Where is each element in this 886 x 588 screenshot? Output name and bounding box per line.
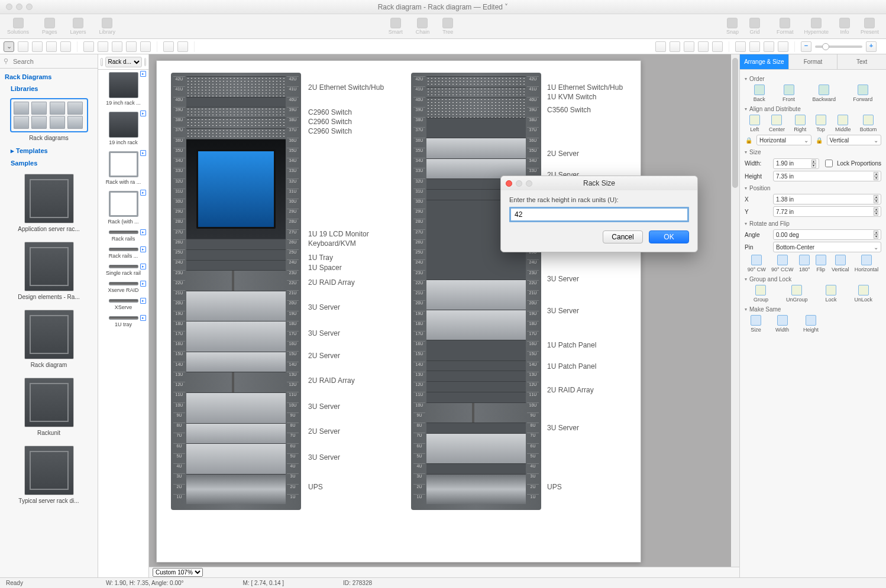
ok-button[interactable]: OK bbox=[649, 230, 689, 243]
align-tool[interactable] bbox=[698, 41, 709, 52]
expand-icon[interactable]: ▸ bbox=[140, 150, 146, 156]
tool-chain[interactable]: Chain bbox=[413, 18, 432, 35]
90-ccw-button[interactable]: 90° CCW bbox=[771, 255, 794, 272]
expand-icon[interactable]: ▸ bbox=[140, 71, 146, 77]
tool-pages[interactable]: Pages bbox=[40, 18, 60, 35]
middle-button[interactable]: Middle bbox=[835, 115, 851, 132]
position-header[interactable]: Position bbox=[745, 185, 881, 191]
expand-icon[interactable]: ▸ bbox=[140, 315, 146, 321]
roundrect-tool[interactable] bbox=[46, 41, 57, 52]
rack-left[interactable]: 1U2U3U4U5U6U7U8U9U10U11U12U13U14U15U16U1… bbox=[171, 73, 301, 510]
rack-right[interactable]: 1U2U3U4U5U6U7U8U9U10U11U12U13U14U15U16U1… bbox=[411, 73, 541, 510]
tab-text[interactable]: Text bbox=[837, 54, 886, 70]
tool-hypernote[interactable]: Hypernote bbox=[801, 18, 831, 35]
x-input[interactable]: 1.38 in▴▾ bbox=[773, 194, 881, 204]
flip-button[interactable]: Flip bbox=[816, 255, 826, 272]
search-input[interactable] bbox=[12, 57, 96, 66]
rotate-tool[interactable] bbox=[655, 41, 666, 52]
nav-templates[interactable]: Templates bbox=[16, 147, 48, 154]
180--button[interactable]: 180° bbox=[799, 255, 810, 272]
connector-tool[interactable] bbox=[163, 41, 174, 52]
horizontal-select[interactable]: Horizontal bbox=[756, 135, 811, 145]
sample-item[interactable]: Rack diagram bbox=[0, 305, 98, 373]
front-button[interactable]: Front bbox=[782, 85, 795, 102]
bottom-button[interactable]: Bottom bbox=[860, 115, 877, 132]
shape-item[interactable]: Rack rails▸ bbox=[102, 230, 145, 242]
shapes-back[interactable] bbox=[101, 58, 103, 66]
tab-arrange[interactable]: Arrange & Size bbox=[740, 54, 788, 70]
size-button[interactable]: Size bbox=[751, 315, 761, 333]
unit-eth-switch[interactable] bbox=[186, 76, 286, 97]
nav-rack-diagrams[interactable]: Rack Diagrams bbox=[0, 71, 98, 83]
lock-button[interactable]: Lock bbox=[825, 285, 836, 303]
vertical-button[interactable]: Vertical bbox=[832, 255, 849, 272]
shape-item[interactable]: Single rack rail▸ bbox=[102, 265, 145, 276]
sample-item[interactable]: Application server rac... bbox=[0, 169, 98, 237]
forward-button[interactable]: Forward bbox=[853, 85, 872, 102]
unit-tray[interactable] bbox=[186, 249, 286, 260]
tool-tree[interactable]: Tree bbox=[440, 18, 455, 35]
eyedropper-tool[interactable] bbox=[764, 41, 774, 52]
line-tool[interactable] bbox=[83, 41, 94, 52]
unit-gap[interactable] bbox=[426, 392, 526, 402]
same-header[interactable]: Make Same bbox=[745, 306, 881, 313]
canvas-scroll-v[interactable] bbox=[731, 54, 739, 567]
expand-icon[interactable]: ▸ bbox=[140, 111, 146, 116]
sample-item[interactable]: Rackunit bbox=[0, 373, 98, 441]
tool-solutions[interactable]: Solutions bbox=[5, 18, 31, 35]
expand-icon[interactable]: ▸ bbox=[140, 190, 146, 196]
hand-tool[interactable] bbox=[749, 41, 760, 52]
library-rack-diagrams[interactable] bbox=[10, 98, 88, 132]
tool-present[interactable]: Present bbox=[858, 18, 881, 35]
ungroup-button[interactable]: UnGroup bbox=[786, 285, 808, 303]
shape-item[interactable]: 19 inch rack▸ bbox=[102, 112, 145, 145]
layout-tool[interactable] bbox=[177, 41, 188, 52]
group-button[interactable]: Group bbox=[754, 285, 768, 303]
unit-switch[interactable] bbox=[186, 118, 286, 128]
unit-patch-panel[interactable] bbox=[426, 381, 526, 392]
unit-ups[interactable] bbox=[186, 474, 286, 504]
rack-height-input[interactable] bbox=[509, 207, 689, 222]
sample-item[interactable]: Design elements - Ra... bbox=[0, 237, 98, 305]
align-header[interactable]: Align and Distribute bbox=[745, 106, 881, 112]
unit-raid[interactable] bbox=[186, 372, 286, 392]
curve-tool[interactable] bbox=[112, 41, 122, 52]
left-button[interactable]: Left bbox=[749, 115, 760, 132]
unit-switch[interactable] bbox=[186, 107, 286, 118]
dlg-close-icon[interactable] bbox=[506, 180, 512, 187]
pencil-tool[interactable] bbox=[126, 41, 137, 52]
unit-server[interactable] bbox=[186, 423, 286, 444]
tool-snap[interactable]: Snap bbox=[724, 18, 741, 35]
min-dot[interactable] bbox=[16, 4, 22, 10]
sample-item[interactable]: Typical server rack di... bbox=[0, 441, 98, 509]
unit-switch[interactable] bbox=[426, 98, 526, 118]
order-header[interactable]: Order bbox=[745, 76, 881, 82]
arc-tool[interactable] bbox=[98, 41, 108, 52]
unit-server[interactable] bbox=[186, 443, 286, 473]
angle-input[interactable]: 0.00 deg▴▾ bbox=[773, 229, 881, 240]
vertical-select[interactable]: Vertical bbox=[827, 135, 882, 145]
unit-gap[interactable] bbox=[186, 97, 286, 108]
tool-smart[interactable]: Smart bbox=[386, 18, 405, 35]
tool-library[interactable]: Library bbox=[97, 18, 118, 35]
shape-item[interactable]: XServe▸ bbox=[102, 299, 145, 310]
expand-icon[interactable]: ▸ bbox=[140, 264, 146, 269]
unit-gap[interactable] bbox=[426, 118, 526, 138]
ellipse-tool[interactable] bbox=[60, 41, 71, 52]
pen-tool[interactable] bbox=[140, 41, 151, 52]
flip-v-tool[interactable] bbox=[684, 41, 694, 52]
zoom-select[interactable]: Custom 107% bbox=[153, 568, 203, 577]
tool-grid[interactable]: Grid bbox=[747, 18, 762, 35]
height-input[interactable]: 7.35 in▴▾ bbox=[773, 171, 881, 181]
unlock-button[interactable]: UnLock bbox=[854, 285, 872, 303]
unit-server[interactable] bbox=[186, 291, 286, 321]
group-header[interactable]: Group and Lock bbox=[745, 276, 881, 282]
max-dot[interactable] bbox=[26, 4, 33, 10]
unit-server[interactable] bbox=[186, 392, 286, 423]
zoom-tool[interactable] bbox=[735, 41, 746, 52]
shape-item[interactable]: Rack (with ...▸ bbox=[102, 191, 145, 225]
nav-samples[interactable]: Samples bbox=[0, 157, 98, 169]
right-button[interactable]: Right bbox=[794, 115, 806, 132]
expand-icon[interactable]: ▸ bbox=[140, 229, 146, 235]
tool-layers[interactable]: Layers bbox=[68, 18, 89, 35]
